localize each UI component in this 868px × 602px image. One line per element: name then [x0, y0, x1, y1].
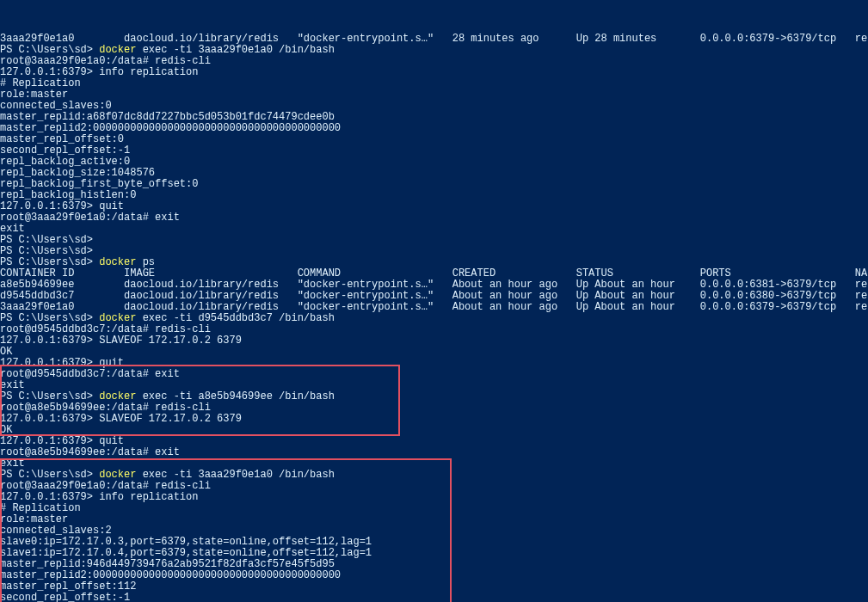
output-text: master_replid:946d449739476a2ab9521f82df…: [0, 558, 335, 570]
output-text: CONTAINER ID IMAGE COMMAND CREATED STATU…: [0, 267, 868, 280]
output-text: 127.0.0.1:6379> SLAVEOF 172.17.0.2 6379: [0, 413, 242, 425]
terminal-line: 127.0.0.1:6379> info replication: [0, 492, 868, 503]
output-text: 127.0.0.1:6379> quit: [0, 200, 124, 212]
output-text: master_replid2:0000000000000000000000000…: [0, 122, 341, 134]
output-text: PS C:\Users\sd>: [0, 312, 99, 324]
output-text: PS C:\Users\sd>: [0, 245, 93, 257]
output-text: master_replid:a68f07dc8dd7227bbc5d053b01…: [0, 111, 335, 123]
output-text: exec -ti 3aaa29f0e1a0 /bin/bash: [143, 44, 335, 56]
terminal-line: role:master: [0, 89, 868, 101]
output-text: second_repl_offset:-1: [0, 144, 130, 157]
output-text: role:master: [0, 513, 68, 525]
command-text: docker: [99, 390, 142, 402]
terminal-line: second_repl_offset:-1: [0, 593, 868, 602]
output-text: repl_backlog_histlen:0: [0, 189, 136, 201]
terminal-line: 127.0.0.1:6379> SLAVEOF 172.17.0.2 6379: [0, 414, 868, 425]
output-text: exit: [0, 458, 25, 470]
terminal-line: role:master: [0, 514, 868, 525]
output-text: root@a8e5b94699ee:/data# redis-cli: [0, 402, 211, 414]
output-text: connected_slaves:2: [0, 525, 112, 537]
output-text: exec -ti a8e5b94699ee /bin/bash: [143, 390, 335, 402]
output-text: PS C:\Users\sd>: [0, 390, 99, 402]
output-text: d9545ddbd3c7 daocloud.io/library/redis "…: [0, 290, 868, 302]
output-text: root@d9545ddbd3c7:/data# redis-cli: [0, 323, 211, 335]
output-text: 127.0.0.1:6379> quit: [0, 435, 124, 447]
output-text: OK: [0, 346, 12, 358]
output-text: 127.0.0.1:6379> SLAVEOF 172.17.0.2 6379: [0, 335, 242, 347]
output-text: exec -ti 3aaa29f0e1a0 /bin/bash: [143, 469, 335, 481]
output-text: second_repl_offset:-1: [0, 592, 130, 602]
output-text: a8e5b94699ee daocloud.io/library/redis "…: [0, 279, 868, 291]
command-text: docker: [99, 469, 142, 481]
output-text: repl_backlog_first_byte_offset:0: [0, 178, 198, 190]
output-text: slave0:ip=172.17.0.3,port=6379,state=onl…: [0, 536, 372, 548]
command-text: docker: [99, 256, 142, 268]
output-text: root@3aaa29f0e1a0:/data# exit: [0, 212, 180, 224]
output-text: 3aaa29f0e1a0 daocloud.io/library/redis "…: [0, 301, 868, 313]
terminal-line: exit: [0, 224, 868, 235]
command-text: docker: [99, 44, 142, 56]
output-text: master_repl_offset:0: [0, 133, 124, 145]
terminal-line: second_repl_offset:-1: [0, 145, 868, 157]
terminal-line: master_repl_offset:0: [0, 134, 868, 145]
output-text: exec -ti d9545ddbd3c7 /bin/bash: [143, 312, 335, 324]
terminal-line: PS C:\Users\sd>: [0, 235, 868, 246]
output-text: root@a8e5b94699ee:/data# exit: [0, 446, 180, 458]
output-text: root@d9545ddbd3c7:/data# exit: [0, 368, 180, 380]
output-text: master_repl_offset:112: [0, 580, 136, 593]
output-text: 127.0.0.1:6379> quit: [0, 357, 124, 369]
output-text: PS C:\Users\sd>: [0, 234, 93, 246]
terminal-line: # Replication: [0, 78, 868, 89]
output-text: 127.0.0.1:6379> info replication: [0, 66, 198, 78]
output-text: exit: [0, 223, 25, 235]
terminal-line: 127.0.0.1:6379> info replication: [0, 67, 868, 78]
output-text: 3aaa29f0e1a0 daocloud.io/library/redis "…: [0, 33, 868, 45]
output-text: exit: [0, 379, 25, 391]
output-text: role:master: [0, 89, 68, 101]
terminal-line: repl_backlog_histlen:0: [0, 190, 868, 201]
output-text: repl_backlog_active:0: [0, 156, 130, 168]
output-text: repl_backlog_size:1048576: [0, 167, 155, 179]
output-text: connected_slaves:0: [0, 100, 112, 112]
output-text: 127.0.0.1:6379> info replication: [0, 491, 198, 503]
output-text: PS C:\Users\sd>: [0, 469, 99, 481]
terminal-line: root@d9545ddbd3c7:/data# exit: [0, 369, 868, 380]
output-text: PS C:\Users\sd>: [0, 44, 99, 56]
output-text: root@3aaa29f0e1a0:/data# redis-cli: [0, 480, 211, 492]
terminal-line: master_repl_offset:112: [0, 581, 868, 593]
output-text: PS C:\Users\sd>: [0, 256, 99, 268]
output-text: # Replication: [0, 77, 81, 89]
output-text: # Replication: [0, 502, 81, 514]
output-text: OK: [0, 424, 12, 436]
output-text: ps: [143, 256, 155, 268]
terminal-line: master_replid2:0000000000000000000000000…: [0, 123, 868, 134]
output-text: root@3aaa29f0e1a0:/data# redis-cli: [0, 55, 211, 67]
terminal-output[interactable]: { "lines": [ {"parts":[{"t":"3aaa29f0e1a…: [0, 11, 868, 602]
terminal-line: OK: [0, 425, 868, 436]
output-text: master_replid2:0000000000000000000000000…: [0, 569, 341, 581]
command-text: docker: [99, 312, 142, 324]
output-text: slave1:ip=172.17.0.4,port=6379,state=onl…: [0, 547, 372, 559]
terminal-line: 127.0.0.1:6379> SLAVEOF 172.17.0.2 6379: [0, 335, 868, 347]
terminal-line: root@3aaa29f0e1a0:/data# exit: [0, 212, 868, 224]
terminal-line: root@a8e5b94699ee:/data# exit: [0, 447, 868, 458]
terminal-line: OK: [0, 347, 868, 358]
terminal-line: # Replication: [0, 503, 868, 514]
